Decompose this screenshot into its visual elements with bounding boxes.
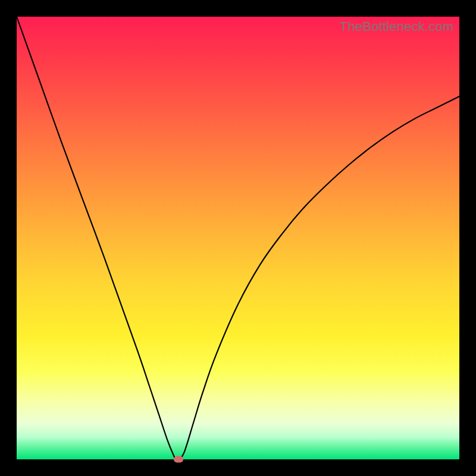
bottleneck-curve bbox=[17, 17, 459, 459]
chart-frame: TheBottleneck.com bbox=[17, 17, 459, 459]
minimum-marker bbox=[174, 456, 183, 463]
attribution-text: TheBottleneck.com bbox=[339, 19, 453, 35]
